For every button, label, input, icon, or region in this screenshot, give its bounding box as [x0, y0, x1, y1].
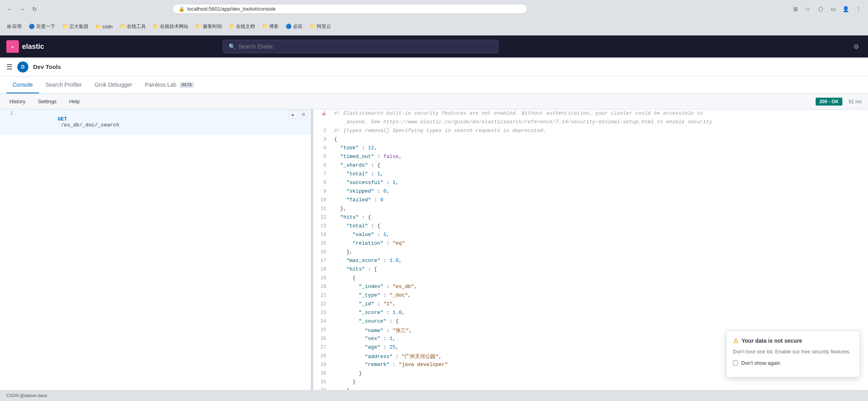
forward-button[interactable]: →: [17, 4, 27, 14]
tab-painless-lab[interactable]: Painless Lab BETA: [139, 77, 201, 93]
output-line-22: 22 "_id" : "1",: [313, 300, 868, 309]
output-line-4: 4 "took" : 12,: [313, 144, 868, 153]
output-content-13: "total" : {: [331, 222, 868, 230]
output-line-num-18: 18: [313, 265, 331, 272]
top-nav: e elastic 🔍 Search Elastic ⚙: [0, 35, 868, 58]
history-button[interactable]: History: [6, 97, 28, 106]
lock-icon: 🔒: [178, 6, 185, 12]
output-line-num-31: 31: [313, 378, 331, 385]
output-line-6: 6 "_shards" : {: [313, 162, 868, 170]
tab-console[interactable]: Console: [6, 77, 39, 93]
elastic-logo: e elastic: [6, 40, 44, 53]
output-line-num-20: 20: [313, 283, 331, 290]
app-header: ☰ D Dev Tools: [0, 58, 868, 76]
help-button[interactable]: Help: [66, 97, 83, 106]
bookmark-apps[interactable]: ⊞ 应用: [5, 22, 24, 31]
output-line-5: 5 "timed_out" : false,: [313, 153, 868, 162]
output-line-num-26: 26: [313, 335, 331, 342]
tab-search-profiler[interactable]: Search Profiler: [39, 77, 88, 93]
bookmark-csdn[interactable]: 📁 csdn: [93, 23, 115, 30]
star-icon[interactable]: ☆: [803, 4, 813, 14]
notification-title-text: Your data is not secure: [742, 338, 802, 344]
output-line-num-8: 8: [313, 179, 331, 186]
bookmark-geek[interactable]: 📁 极客时间: [193, 22, 224, 31]
output-line-12: 12 "hits" : {: [313, 213, 868, 222]
output-line-num-24: 24: [313, 317, 331, 324]
output-line-1b: anyone. See https://www.elastic.co/guide…: [313, 118, 868, 127]
output-content-4: "took" : 12,: [331, 144, 868, 152]
extensions-icon[interactable]: ⬡: [816, 4, 825, 14]
output-line-24: 24 "_source" : {: [313, 317, 868, 326]
output-line-num-5: 5: [313, 153, 331, 160]
bookmark-blog[interactable]: 📁 博客: [260, 22, 281, 31]
bookmark-baidu[interactable]: 🔵 百度一下: [26, 22, 57, 31]
profile-icon[interactable]: 👤: [841, 4, 851, 14]
output-line-32: 32 ]: [313, 387, 868, 390]
output-line-num-10: 10: [313, 196, 331, 203]
settings-button[interactable]: Settings: [35, 97, 59, 106]
output-line-num-7: 7: [313, 170, 331, 177]
refresh-button[interactable]: ↻: [30, 4, 39, 14]
editor-line-1[interactable]: 1 GET /es_db/_doc/_search ▶ ⧉: [0, 110, 311, 135]
bookmark-aliyun[interactable]: 📁 阿里云: [307, 22, 333, 31]
menu-icon[interactable]: ⋮: [854, 4, 863, 14]
search-bar[interactable]: 🔍 Search Elastic: [223, 40, 498, 53]
dont-show-checkbox[interactable]: [733, 360, 738, 366]
elastic-logo-icon: e: [6, 40, 19, 53]
output-line-23: 23 "_score" : 1.0,: [313, 309, 868, 317]
output-line-8: 8 "successful" : 1,: [313, 179, 868, 188]
output-content-2: #! [types removal] Specifying types in s…: [331, 127, 868, 134]
output-line-3: 3 {: [313, 136, 868, 144]
output-line-num-9: 9: [313, 188, 331, 194]
copy-as-curl-button[interactable]: ⧉: [299, 110, 308, 119]
status-bar-text: CSDN @daiwei-dave: [6, 393, 47, 398]
output-content-1b: anyone. See https://www.elastic.co/guide…: [331, 118, 868, 126]
settings-nav-icon[interactable]: ⚙: [851, 41, 862, 52]
editor-panel[interactable]: 1 GET /es_db/_doc/_search ▶ ⧉: [0, 110, 311, 390]
translate-icon[interactable]: ⊞: [791, 4, 800, 14]
output-content-21: "_type" : "_doc",: [331, 291, 868, 299]
notification-checkbox-row[interactable]: Don't show again: [733, 360, 853, 366]
tabs-bar: Console Search Profiler Grok Debugger Pa…: [0, 76, 868, 94]
output-line-18: 18 "hits" : [: [313, 265, 868, 274]
search-icon: 🔍: [229, 43, 235, 50]
top-nav-right: ⚙: [851, 41, 862, 52]
output-line-num-15: 15: [313, 239, 331, 246]
output-content-17: "max_score" : 1.0,: [331, 257, 868, 264]
bookmark-bing[interactable]: 🔵 必应: [283, 22, 305, 31]
output-line-19: 19 {: [313, 274, 868, 283]
output-line-num-1b: [313, 118, 331, 119]
output-content-20: "_index" : "es_db",: [331, 283, 868, 290]
security-notification: ⚠ Your data is not secure Don't lose one…: [726, 330, 860, 378]
svg-text:e: e: [11, 45, 13, 49]
output-line-num-19: 19: [313, 274, 331, 281]
line-content-1[interactable]: GET /es_db/_doc/_search: [18, 110, 289, 135]
url-bar[interactable]: 🔒 localhost:5601/app/dev_tools#/console: [173, 4, 527, 14]
output-line-2: 2 #! [types removal] Specifying types in…: [313, 127, 868, 136]
output-line-num-3: 3: [313, 136, 331, 142]
editor-area[interactable]: 1 GET /es_db/_doc/_search ▶ ⧉: [0, 110, 311, 390]
output-content-1: #! Elasticsearch built-in security featu…: [331, 110, 868, 117]
bookmark-tech[interactable]: 📁 在线技术网站: [151, 22, 191, 31]
output-line-14: 14 "value" : 1,: [313, 231, 868, 239]
output-line-num-29: 29: [313, 361, 331, 368]
back-button[interactable]: ←: [5, 4, 14, 14]
search-input[interactable]: 🔍 Search Elastic: [223, 40, 498, 53]
tab-grok-debugger[interactable]: Grok Debugger: [88, 77, 139, 93]
app-title: Dev Tools: [33, 63, 61, 70]
output-line-num-22: 22: [313, 300, 331, 307]
dont-show-label[interactable]: Don't show again: [741, 360, 780, 366]
app-badge: D: [17, 61, 28, 72]
output-content-10: "failed" : 0: [331, 196, 868, 204]
sidebar-icon[interactable]: ▭: [829, 4, 838, 14]
hamburger-menu[interactable]: ☰: [6, 63, 13, 71]
run-query-button[interactable]: ▶: [289, 110, 297, 119]
status-bar: CSDN @daiwei-dave: [0, 390, 868, 401]
bookmark-tools[interactable]: 📁 在线工具: [117, 22, 148, 31]
output-line-21: 21 "_type" : "_doc",: [313, 291, 868, 300]
output-content-23: "_score" : 1.0,: [331, 309, 868, 316]
bookmark-zhengda[interactable]: 📁 正大集团: [60, 22, 91, 31]
output-line-num-21: 21: [313, 291, 331, 298]
bookmark-docs[interactable]: 📁 在线文档: [227, 22, 257, 31]
output-line-num-23: 23: [313, 309, 331, 316]
